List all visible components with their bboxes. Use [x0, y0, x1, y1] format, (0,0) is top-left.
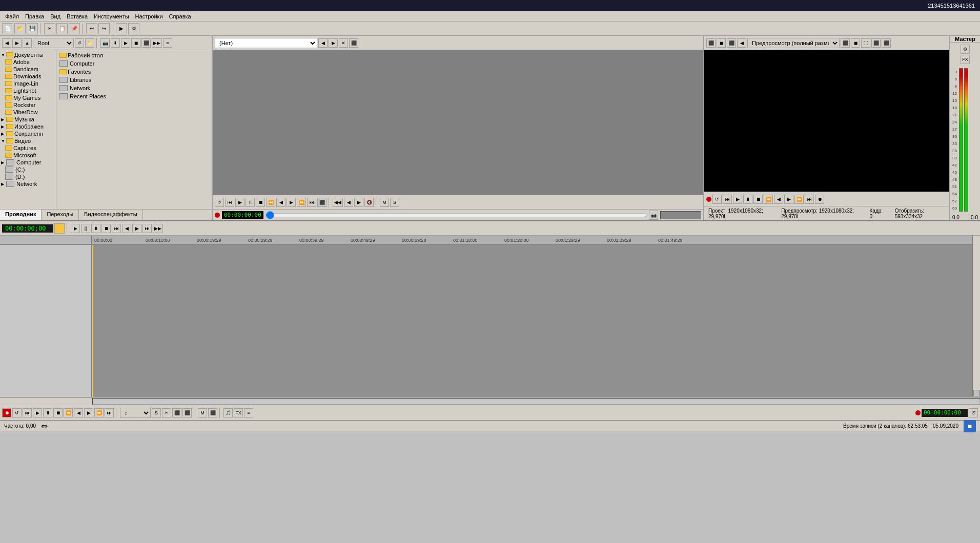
tl-btn5[interactable]: ⏮	[112, 224, 121, 233]
media-btn-a[interactable]: ◀	[344, 198, 353, 207]
preview-rewind-btn[interactable]: ⏮	[723, 195, 732, 204]
preview-stop-btn[interactable]: ⏹	[753, 195, 763, 204]
media-btn-b[interactable]: ▶	[354, 198, 363, 207]
preview-fullscreen-btn[interactable]: ⛶	[861, 38, 870, 48]
preview-loop-btn[interactable]: ↺	[712, 195, 722, 204]
tree-item-viberdown[interactable]: ViberDow	[1, 109, 55, 116]
tl-btn2[interactable]: ||	[81, 224, 90, 233]
media-rewind-btn[interactable]: ⏮	[225, 198, 234, 207]
audio-fx-btn[interactable]: FX	[961, 55, 970, 64]
tree-item-microsoft[interactable]: Microsoft	[1, 152, 55, 159]
bt-next-btn[interactable]: ⏩	[94, 408, 104, 417]
bt-end-btn[interactable]: ⏭	[105, 408, 114, 417]
preview-btn4[interactable]: ◀	[737, 38, 746, 48]
up-button[interactable]: ▲	[23, 38, 32, 48]
media-end-btn[interactable]: ⏭	[307, 198, 316, 207]
preview-record2-btn[interactable]: ⏺	[815, 195, 824, 204]
path-dropdown[interactable]: Root	[33, 38, 74, 48]
preview-play-btn[interactable]: ▶	[733, 195, 742, 204]
media-time-slider[interactable]	[266, 213, 647, 217]
tab-explorer[interactable]: Проводник	[0, 210, 42, 220]
bt-play-btn[interactable]: ▶	[33, 408, 42, 417]
tree-item-lightshot[interactable]: Lightshot	[1, 87, 55, 94]
newfolder-button[interactable]: 📁	[85, 38, 94, 48]
media-prev-btn[interactable]: ⏪	[266, 198, 275, 207]
menu-file[interactable]: Файл	[2, 12, 22, 20]
forward-button[interactable]: ▶	[12, 38, 22, 48]
preview-end-btn[interactable]: ⏭	[805, 195, 814, 204]
menu-settings[interactable]: Настройки	[132, 12, 166, 20]
tree-item-documents[interactable]: ▼ Документы	[1, 51, 55, 58]
media-source-dropdown[interactable]: (Нет)	[215, 38, 317, 48]
preview-next-btn[interactable]: ⏩	[794, 195, 804, 204]
tree-item-c[interactable]: (C:)	[1, 166, 55, 173]
tree-item-network[interactable]: ▶ Network	[1, 180, 55, 187]
tree-item-bandicam[interactable]: Bandicam	[1, 66, 55, 73]
preview-btn2[interactable]: ◼	[717, 38, 726, 48]
bt-snap-btn[interactable]: S	[152, 408, 161, 417]
back-button[interactable]: ◀	[2, 38, 11, 48]
render-button[interactable]: ▶	[116, 23, 127, 34]
tree-item-images[interactable]: ▶ Изображен	[1, 123, 55, 130]
props-button[interactable]: ⚙	[128, 23, 139, 34]
bt-trim-btn[interactable]: ⬛	[208, 408, 217, 417]
scrollbar-down-btn[interactable]	[973, 390, 980, 396]
bt-prevframe-btn[interactable]: ◀	[74, 408, 83, 417]
preview-mode-dropdown[interactable]: Предпросмотр (полный размер)	[747, 38, 840, 48]
file-item-computer[interactable]: Computer	[57, 59, 211, 68]
media-vol-btn[interactable]: ◀◀	[333, 198, 343, 207]
file-item-favorites[interactable]: Favorites	[57, 68, 211, 76]
redo-button[interactable]: ↪	[98, 23, 110, 34]
cut-button[interactable]: ✂	[44, 23, 55, 34]
menu-edit[interactable]: Правка	[22, 12, 47, 20]
bt-tool4-btn[interactable]: ⬛	[182, 408, 192, 417]
preview-prevframe-btn[interactable]: ◀	[774, 195, 783, 204]
media-mute-btn[interactable]: 🔇	[364, 198, 374, 207]
capture-button[interactable]: 📷	[100, 38, 110, 48]
tree-item-saved[interactable]: ▶ Сохраненн	[1, 130, 55, 137]
file-item-desktop[interactable]: Рабочий стол	[57, 51, 211, 59]
bt-time-btn[interactable]: ⏱	[969, 408, 978, 417]
media-camera-btn[interactable]: 📷	[649, 211, 658, 220]
new-button[interactable]: 📄	[2, 23, 13, 34]
tab-transitions[interactable]: Переходы	[42, 210, 79, 220]
tl-btn3[interactable]: ⏸	[91, 224, 100, 233]
lp-btn7[interactable]: ≡	[163, 38, 172, 48]
refresh-button[interactable]: ↺	[75, 38, 84, 48]
media-pause-btn[interactable]: ⏸	[246, 198, 255, 207]
bt-mix-btn[interactable]: ≡	[244, 408, 253, 417]
media-stop-btn[interactable]: ⏹	[256, 198, 265, 207]
preview-btn3[interactable]: ⬛	[727, 38, 736, 48]
menu-help[interactable]: Справка	[166, 12, 194, 20]
bt-loop-btn[interactable]: ↺	[12, 408, 22, 417]
bt-tool-dropdown[interactable]: ↕	[120, 408, 151, 418]
preview-fit-btn[interactable]: ◼	[851, 38, 860, 48]
tl-btn8[interactable]: ⏭	[142, 224, 152, 233]
preview-pause-btn[interactable]: ⏸	[743, 195, 752, 204]
bt-pause-btn[interactable]: ⏸	[43, 408, 52, 417]
bt-tool2-btn[interactable]: ✂	[162, 408, 171, 417]
media-btn2[interactable]: ▶	[329, 38, 338, 48]
tree-item-mygames[interactable]: My Games	[1, 94, 55, 101]
tree-item-computer[interactable]: ▶ Computer	[1, 159, 55, 166]
bt-tool3-btn[interactable]: ⬛	[172, 408, 181, 417]
preview-prev-btn[interactable]: ⏪	[764, 195, 773, 204]
paste-button[interactable]: 📌	[69, 23, 80, 34]
lp-btn4[interactable]: ◼	[131, 38, 140, 48]
tl-btn6[interactable]: ◀	[122, 224, 131, 233]
tree-item-video[interactable]: ▼ Видео	[1, 137, 55, 144]
media-btn1[interactable]: ◀	[318, 38, 328, 48]
tree-item-adobe[interactable]: Adobe	[1, 58, 55, 66]
copy-button[interactable]: 📋	[56, 23, 68, 34]
audio-settings-btn[interactable]: ⚙	[961, 45, 970, 54]
tree-item-music[interactable]: ▶ Музыка	[1, 116, 55, 123]
file-item-libraries[interactable]: Libraries	[57, 76, 211, 84]
bt-fx-btn[interactable]: FX	[234, 408, 243, 417]
file-item-recentplaces[interactable]: Recent Places	[57, 92, 211, 100]
tl-btn9[interactable]: ▶▶	[153, 224, 163, 233]
media-record-btn[interactable]: ⬛	[317, 198, 326, 207]
media-btn3[interactable]: ⬛	[349, 38, 358, 48]
media-loop-btn[interactable]: ↺	[215, 198, 224, 207]
save-button[interactable]: 💾	[27, 23, 38, 34]
import-button[interactable]: ⬇	[111, 38, 120, 48]
